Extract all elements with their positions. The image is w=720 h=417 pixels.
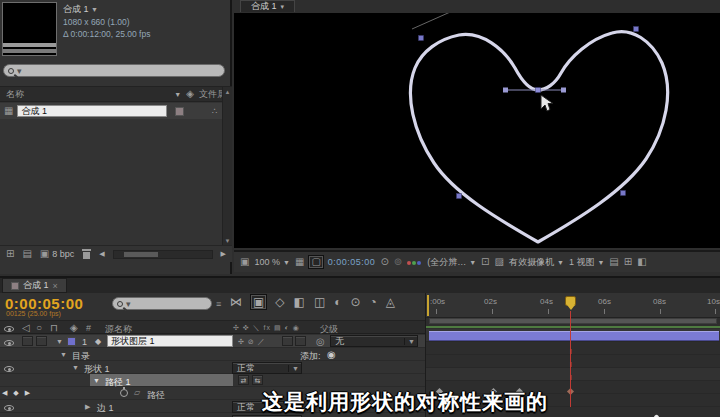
parent-dropdown[interactable]: 无▼ [330,335,418,347]
comp-flowchart-icon[interactable]: ⊞ [624,257,632,267]
layer-row-shape-layer-1[interactable]: ▼ 1 ◆ 形状图层 1 ✣ ⊘ ／ ◎ 无▼ [0,335,425,348]
comp-mini-flowchart-icon[interactable]: ⋈ [230,296,242,308]
after-effects-window: 合成 1 ▼ 1080 x 660 (1.00) Δ 0:00:12:00, 2… [0,0,720,417]
snapshot-camera-icon[interactable]: ⊙ [380,257,388,267]
parent-pickwhip-icon[interactable]: ◎ [316,337,325,347]
show-channel-icon[interactable] [407,257,422,267]
ruler-tick-label: 10s [707,297,720,306]
show-snapshot-icon[interactable]: ⊚ [394,257,402,267]
label-color-swatch[interactable] [175,107,184,116]
draft-3d-icon[interactable]: ◇ [275,296,284,308]
expander-triangle[interactable]: ▼ [72,364,79,371]
new-folder-icon[interactable]: ▤ [22,249,31,259]
path-vertex [457,194,462,199]
layer-switches[interactable]: ✣ ⊘ ／ [238,337,266,347]
video-switch-box[interactable] [22,336,33,346]
project-item-type-icon: ∴ [212,106,218,116]
view-layout-select[interactable]: 1 视图▼ [569,256,604,269]
ruler-tick-label: 06s [598,297,611,306]
project-column-headers[interactable]: 名称 ▼ ◈ 文件属 [0,86,232,102]
motion-blur-icon[interactable]: ◐ [334,296,341,308]
expander-triangle[interactable]: ▼ [93,377,100,384]
hide-shy-layers-icon[interactable]: ◧ [294,296,305,308]
layer-label-swatch[interactable] [67,337,76,346]
frame-blending-icon[interactable]: ◫ [314,296,325,308]
resolution-select[interactable]: (全分辨…▼ [427,256,476,269]
magnification-select[interactable]: 100 %▼ [254,257,289,267]
expander-triangle[interactable]: ▼ [60,351,67,358]
layer-name-edit-field[interactable]: 形状图层 1 [107,335,233,347]
graph-editor-icon[interactable]: ◬ [386,296,395,308]
eye-icon[interactable] [4,366,14,372]
expander-triangle[interactable]: ▶ [85,403,90,411]
trash-icon[interactable] [82,249,91,259]
column-name[interactable]: 名称 [6,88,24,101]
interpret-footage-icon[interactable]: ⊞ [6,249,14,259]
timeline-button-icon[interactable]: ▤ [609,257,618,267]
timeline-column-headers: ◁ ○ ⊓ ◈ # 源名称 ✣ ✜ ＼ fx ▤ ◐ ◉ 父级 [0,320,425,334]
chevron-down-icon[interactable]: ▼ [174,91,181,98]
region-of-interest-icon[interactable]: ▢ [309,256,322,268]
grid-guides-icon[interactable]: ▦ [295,257,304,267]
transparency-grid-icon[interactable]: ▨ [494,257,503,267]
composition-viewport[interactable] [234,13,720,248]
scroll-right-arrow[interactable]: ▶ [221,250,226,258]
reset-exposure-icon[interactable]: ◧ [637,257,646,267]
switch-box[interactable] [295,336,306,346]
scroll-left-arrow[interactable]: ◀ [99,250,104,258]
playhead-handle[interactable] [565,296,576,306]
scroll-up-arrow[interactable]: ▲ [223,87,232,97]
bit-depth-button[interactable]: ▣ 8 bpc [40,249,74,259]
path-direction-icon[interactable]: ⇄ [238,375,249,385]
expand-icon[interactable]: ▣ [240,257,249,267]
group-row-contents[interactable]: ▼ 目录 添加: ◉ [0,348,425,361]
brainstorm-icon[interactable]: ⊙ [351,296,361,308]
keyframe-navigator[interactable]: ◀ ◆ ▶ [2,389,32,397]
ruler-tick-label: 02s [484,297,497,306]
project-horizontal-scrollbar[interactable] [113,250,213,259]
timeline-search-input[interactable]: ▾ [112,297,212,310]
layer-number: 1 [82,337,87,347]
switch-box[interactable] [282,336,293,346]
project-item-row[interactable]: ▦ 合成 1 [0,103,222,119]
eye-icon[interactable] [4,340,14,346]
comp-thumbnail[interactable] [2,2,57,56]
path-merge-icon[interactable]: ⇆ [252,375,263,385]
timeline-options-icon[interactable]: ≡ [216,299,221,309]
auto-keyframe-icon[interactable]: ◔ [370,296,377,308]
project-vertical-scrollbar[interactable]: ▲ ▼ [222,87,232,245]
fast-preview-icon[interactable]: ⊡ [481,257,489,267]
audio-switch-box[interactable] [36,336,47,346]
chevron-down-icon: ▼ [597,259,604,266]
shy-icon[interactable]: ◆ [95,337,101,346]
group-row-path-1[interactable]: ▼ 路径 1 ⇄ ⇆ [0,374,425,387]
eye-icon[interactable] [4,405,14,411]
search-icon [117,301,123,307]
cti-row-marker: I [567,361,574,368]
frame-info: 00125 (25.00 fps) [6,310,61,317]
scroll-down-arrow[interactable]: ▼ [223,238,232,244]
label-column-icon[interactable]: ◈ [186,89,194,99]
camera-select[interactable]: 有效摄像机▼ [509,256,564,269]
comp-info-duration: Δ 0:00:12:00, 25.00 fps [63,28,228,40]
comp-name-edit-field[interactable]: 合成 1 [17,105,167,117]
path-vertex [634,27,639,32]
stopwatch-icon[interactable] [120,389,128,397]
live-update-icon[interactable]: ▣ [251,295,266,309]
ruler-tick-label: 04s [540,297,553,306]
work-area-bar[interactable] [429,318,717,324]
chevron-down-icon[interactable]: ▼ [91,6,98,13]
work-area-start-handle[interactable] [427,295,429,316]
viewer-tab[interactable]: 合成 1 ▾ [240,0,295,12]
blend-mode-dropdown[interactable]: 正常▼ [232,362,302,374]
timeline-tab[interactable]: 合成 1 × [2,278,67,293]
group-row-shape-1[interactable]: ▼ 形状 1 正常▼ [0,361,425,374]
viewer-current-time[interactable]: 0:00:05:00 [328,257,376,267]
expander-triangle[interactable]: ▼ [56,338,63,345]
project-search-input[interactable]: ▾ [3,64,225,77]
comp-info-name[interactable]: 合成 1 [63,4,89,14]
layer-duration-bar[interactable] [429,331,719,341]
add-property-icon[interactable]: ◉ [327,350,336,360]
close-icon[interactable]: × [53,281,58,291]
project-panel: 合成 1 ▼ 1080 x 660 (1.00) Δ 0:00:12:00, 2… [0,0,232,274]
